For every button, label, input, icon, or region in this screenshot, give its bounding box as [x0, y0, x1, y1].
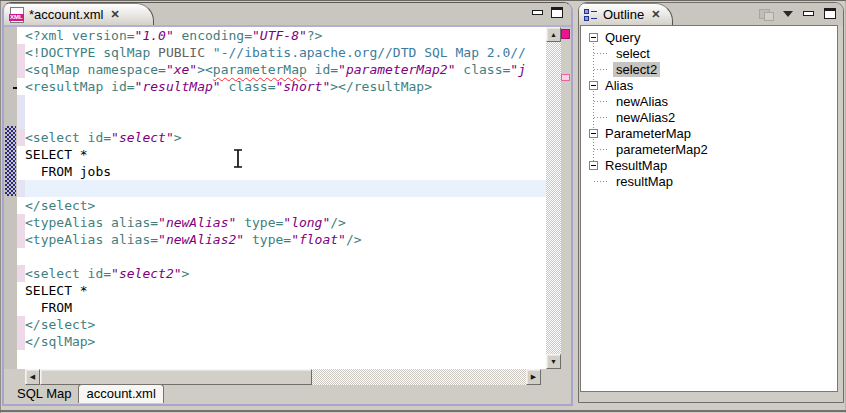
- horizontal-scrollbar[interactable]: ◀ ▶: [25, 369, 541, 385]
- outline-body: Queryselectselect2AliasnewAliasnewAlias2…: [580, 25, 838, 392]
- code-line[interactable]: <!DOCTYPE sqlMap PUBLIC "-//ibatis.apach…: [25, 44, 546, 61]
- code-line[interactable]: <typeAlias alias="newAlias" type="long"/…: [25, 214, 546, 231]
- maximize-icon[interactable]: [551, 7, 563, 18]
- code-line[interactable]: <select id="select2">: [25, 265, 546, 282]
- tree-item-label: ResultMap: [602, 158, 670, 173]
- quick-diff-mark: [17, 214, 25, 231]
- editor-tab-account-xml[interactable]: XML *account.xml ✕: [4, 3, 154, 25]
- page-tab-sql-map[interactable]: SQL Map: [10, 385, 78, 403]
- code-line[interactable]: [25, 180, 546, 197]
- close-icon[interactable]: ✕: [651, 8, 660, 21]
- link-with-editor-icon[interactable]: [758, 7, 773, 20]
- tree-item-label: Query: [602, 30, 643, 45]
- editor-body: <?xml version="1.0" encoding="UTF-8"?><!…: [4, 27, 571, 369]
- collapse-toggle-icon[interactable]: [589, 161, 598, 170]
- code-line[interactable]: [25, 248, 546, 265]
- outline-tree: Queryselectselect2AliasnewAliasnewAlias2…: [581, 26, 837, 189]
- tree-item-label: newAlias: [613, 94, 671, 109]
- vertical-scrollbar[interactable]: ▲ ▼: [546, 27, 561, 369]
- editor-tab-title: *account.xml: [29, 7, 103, 22]
- tree-item-label: parameterMap2: [613, 142, 711, 157]
- eclipse-window: XML *account.xml ✕ <?xml version="1.0" e…: [0, 0, 846, 413]
- quick-diff-mark: [17, 231, 25, 248]
- tree-item-alias[interactable]: Alias: [581, 77, 837, 93]
- code-line[interactable]: </sqlMap>: [25, 333, 546, 350]
- tree-item-label: Alias: [602, 78, 636, 93]
- overview-ruler[interactable]: [561, 27, 571, 369]
- code-line[interactable]: <typeAlias alias="newAlias2" type="float…: [25, 231, 546, 248]
- outline-icon: [584, 8, 598, 22]
- vertical-ruler[interactable]: [4, 27, 17, 369]
- editor-pane: XML *account.xml ✕ <?xml version="1.0" e…: [2, 2, 573, 406]
- tree-item-select[interactable]: select: [581, 45, 837, 61]
- quick-diff-mark: [17, 95, 25, 112]
- minimize-icon[interactable]: [532, 10, 543, 15]
- collapse-toggle-icon[interactable]: [589, 33, 598, 42]
- scroll-down-button[interactable]: ▼: [546, 354, 561, 369]
- overview-marker-warning[interactable]: [561, 74, 570, 81]
- quick-diff-mark: [17, 112, 25, 129]
- minimize-icon[interactable]: [803, 11, 814, 16]
- code-line[interactable]: FROM jobs: [25, 163, 546, 180]
- outline-tab[interactable]: Outline ✕: [579, 3, 673, 25]
- tree-item-query[interactable]: Query: [581, 29, 837, 45]
- quick-diff-mark: [17, 333, 25, 350]
- code-line[interactable]: [25, 112, 546, 129]
- quick-diff-mark: [17, 61, 25, 78]
- maximize-icon[interactable]: [824, 8, 836, 19]
- page-tab-account-xml[interactable]: account.xml: [78, 384, 163, 403]
- code-line[interactable]: <resultMap id="resultMap" class="short">…: [25, 78, 546, 95]
- vertical-scroll-track[interactable]: [546, 42, 561, 354]
- tree-item-resultmap[interactable]: resultMap: [581, 173, 837, 189]
- code-line[interactable]: SELECT *: [25, 146, 546, 163]
- tree-item-label: select2: [613, 62, 660, 77]
- code-line[interactable]: [25, 95, 546, 112]
- code-line[interactable]: </select>: [25, 197, 546, 214]
- tree-item-label: select: [613, 46, 653, 61]
- scrollbar-thumb[interactable]: [40, 369, 312, 385]
- scroll-right-button[interactable]: ▶: [526, 369, 541, 385]
- scroll-up-button[interactable]: ▲: [546, 27, 561, 42]
- xml-file-icon: XML: [10, 7, 24, 23]
- tree-item-newalias[interactable]: newAlias: [581, 93, 837, 109]
- quick-diff-mark: [17, 129, 25, 146]
- overview-marker-error[interactable]: [561, 29, 570, 39]
- scroll-left-button[interactable]: ◀: [25, 369, 40, 385]
- tree-item-parametermap2[interactable]: parameterMap2: [581, 141, 837, 157]
- outline-view: Outline ✕ Queryselectselect2AliasnewAlia…: [578, 2, 844, 403]
- editor-page-tabs: SQL Mapaccount.xml: [4, 385, 571, 403]
- code-line[interactable]: <?xml version="1.0" encoding="UTF-8"?>: [25, 27, 546, 44]
- view-menu-icon[interactable]: [783, 11, 793, 17]
- quick-diff-mark: [17, 316, 25, 333]
- window-edge: [0, 410, 846, 412]
- collapse-toggle-icon[interactable]: [589, 81, 598, 90]
- outline-tab-bar: Outline ✕: [579, 3, 843, 25]
- code-editor-canvas[interactable]: <?xml version="1.0" encoding="UTF-8"?><!…: [25, 27, 546, 369]
- code-line[interactable]: <select id="select">: [25, 129, 546, 146]
- quick-diff-mark: [17, 44, 25, 61]
- editor-tab-bar: XML *account.xml ✕: [4, 3, 571, 25]
- tree-item-select2[interactable]: select2: [581, 61, 837, 77]
- tree-item-label: ParameterMap: [602, 126, 694, 141]
- tree-item-label: resultMap: [613, 174, 676, 189]
- range-indicator: [5, 126, 16, 196]
- quick-diff-column[interactable]: [17, 27, 25, 369]
- tree-item-resultmap[interactable]: ResultMap: [581, 157, 837, 173]
- code-line[interactable]: <sqlMap namespace="xe"><parameterMap id=…: [25, 61, 546, 78]
- quick-diff-mark: [17, 265, 25, 282]
- close-icon[interactable]: ✕: [110, 8, 119, 21]
- tree-item-label: newAlias2: [613, 110, 678, 125]
- collapse-toggle-icon[interactable]: [589, 129, 598, 138]
- tree-item-newalias2[interactable]: newAlias2: [581, 109, 837, 125]
- outline-tab-title: Outline: [603, 7, 644, 22]
- quick-diff-mark: [17, 180, 25, 197]
- code-line[interactable]: FROM: [25, 299, 546, 316]
- tree-item-parametermap[interactable]: ParameterMap: [581, 125, 837, 141]
- code-line[interactable]: SELECT *: [25, 282, 546, 299]
- code-line[interactable]: </select>: [25, 316, 546, 333]
